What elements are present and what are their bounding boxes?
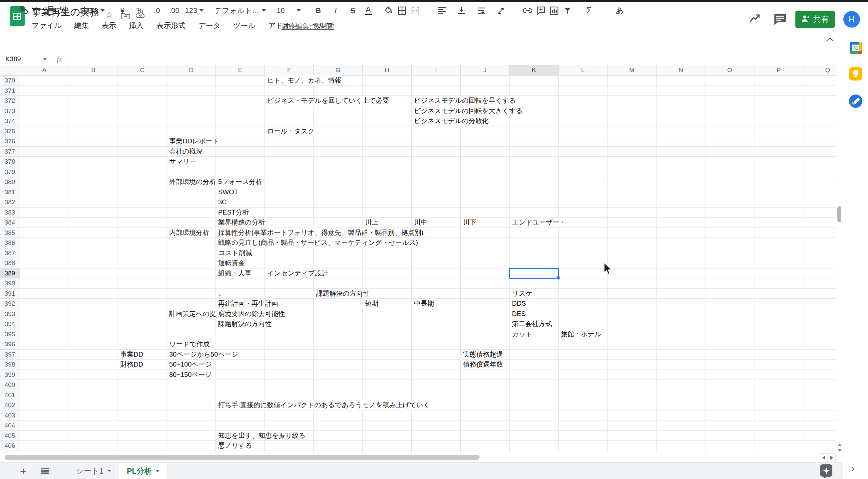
column-header-H[interactable]: H [363, 65, 412, 75]
row-header-375[interactable]: 375 [0, 127, 20, 136]
format-currency-button[interactable]: ¥ [114, 3, 131, 18]
cell-E393[interactable]: 窮境要因の除去可能性 [216, 309, 285, 319]
row-header-379[interactable]: 379 [0, 167, 20, 177]
cell-I392[interactable]: 中長期 [412, 299, 434, 308]
column-header-A[interactable]: A [20, 65, 69, 75]
row-header-404[interactable]: 404 [0, 420, 20, 431]
row-header-389[interactable]: 389 [0, 268, 20, 278]
cell-E394[interactable]: 課題解決の方向性 [216, 319, 272, 329]
row-header-387[interactable]: 387 [0, 248, 20, 258]
menu-data[interactable]: データ [198, 21, 220, 31]
cell-D378[interactable]: サマリー [167, 157, 196, 166]
sheet-tab-1[interactable]: シート1 [68, 463, 119, 479]
horizontal-scrollbar[interactable] [0, 453, 843, 463]
cell-J397[interactable]: 実態債務超過 [461, 350, 503, 359]
row-header-383[interactable]: 383 [0, 208, 20, 217]
row-header-398[interactable]: 398 [0, 360, 20, 370]
sheet-tab-2-caret[interactable] [156, 470, 159, 472]
formula-input[interactable] [69, 53, 868, 65]
borders-button[interactable] [395, 3, 409, 18]
insert-comment-button[interactable] [534, 3, 548, 18]
row-header-382[interactable]: 382 [0, 197, 20, 207]
column-header-D[interactable]: D [167, 65, 216, 75]
row-header-373[interactable]: 373 [0, 106, 20, 116]
cell-G391[interactable]: 課題解決の方向性 [314, 289, 369, 298]
merge-cells-button[interactable] [409, 3, 422, 18]
menu-file[interactable]: ファイル [32, 21, 62, 31]
row-header-406[interactable]: 406 [0, 441, 20, 451]
row-header-394[interactable]: 394 [0, 319, 20, 329]
row-header-388[interactable]: 388 [0, 258, 20, 268]
column-header-O[interactable]: O [706, 65, 754, 75]
cell-D396[interactable]: ワードで作成 [167, 339, 210, 349]
cell-E380[interactable]: 5フォース分析 [216, 177, 262, 186]
row-header-403[interactable]: 403 [0, 410, 20, 420]
cell-K384[interactable]: エンドユーザー・ [509, 217, 566, 227]
vertical-scrollbar[interactable] [836, 65, 843, 453]
row-header-400[interactable]: 400 [0, 380, 20, 390]
cell-E382[interactable]: 3C [216, 197, 227, 207]
cell-E386[interactable]: 戦略の見直し(商品・製品・サービス、マーケティング・セールス) [216, 238, 418, 247]
cell-K395[interactable]: カット [509, 329, 532, 339]
text-rotation-button[interactable] [494, 3, 507, 18]
column-header-Q[interactable]: Q [803, 65, 836, 75]
cell-K394[interactable]: 第二会社方式 [509, 319, 552, 329]
filter-button[interactable] [561, 3, 574, 18]
row-header-402[interactable]: 402 [0, 400, 20, 410]
active-cell-selection[interactable] [509, 268, 559, 279]
format-percent-button[interactable]: % [131, 3, 148, 18]
cell-F389[interactable]: インセンティブ設計 [265, 268, 328, 278]
cell-I373[interactable]: ビジネスモデルの回転を大きくする [412, 106, 523, 116]
cell-E388[interactable]: 運転資金 [216, 258, 245, 268]
menu-tools[interactable]: ツール [233, 21, 255, 31]
cell-J384[interactable]: 川下 [461, 217, 476, 227]
sheet-tab-1-caret[interactable] [107, 470, 111, 472]
cell-D397[interactable]: 30ページから50ページ [167, 350, 238, 359]
zoom-select[interactable]: 100% [78, 3, 106, 18]
cells-area[interactable]: ヒト、モノ、カネ、情報ビジネス・モデルを回していく上で必要ビジネスモデルの回転を… [20, 75, 836, 453]
comment-history-icon[interactable] [773, 13, 787, 27]
cell-E385[interactable]: 採算性分析(事業ポートフォリオ、得意先、製品群・製品別、拠点別) [216, 228, 423, 238]
sheet-tab-2-active[interactable]: PL分析 [119, 463, 167, 479]
scroll-down-button[interactable] [838, 449, 842, 452]
cell-D376[interactable]: 事業DDレポート [167, 136, 219, 146]
cell-D380[interactable]: 外部環境の分析 [167, 177, 216, 186]
column-header-K[interactable]: K [509, 65, 559, 75]
cell-F372[interactable]: ビジネス・モデルを回していく上で必要 [265, 96, 389, 105]
row-header-385[interactable]: 385 [0, 228, 20, 238]
cell-C398[interactable]: 財務DD [118, 360, 143, 369]
vertical-align-button[interactable] [455, 3, 468, 18]
column-header-I[interactable]: I [412, 65, 461, 75]
cell-E406[interactable]: 悪ノリする [216, 441, 252, 450]
row-header-380[interactable]: 380 [0, 177, 20, 187]
cell-D393[interactable]: 計画策定への提言 [167, 309, 216, 319]
cell-K392[interactable]: DDS [509, 299, 526, 308]
strikethrough-button[interactable]: S [344, 3, 362, 18]
insert-link-button[interactable] [521, 3, 534, 18]
cell-E405[interactable]: 知恵を出す、知恵を振り絞る [216, 431, 305, 440]
row-header-395[interactable]: 395 [0, 329, 20, 339]
cell-F375[interactable]: ロール・タスク [265, 127, 314, 136]
all-sheets-icon[interactable] [41, 468, 49, 474]
italic-button[interactable]: I [327, 3, 344, 18]
horizontal-align-button[interactable] [435, 3, 448, 18]
row-header-392[interactable]: 392 [0, 299, 20, 309]
collapse-toolbar-icon[interactable] [825, 37, 835, 44]
tasks-icon[interactable] [848, 94, 863, 108]
cell-E384[interactable]: 業界構造の分析 [216, 217, 265, 227]
scroll-right-button[interactable] [828, 453, 836, 462]
cell-K393[interactable]: DES [509, 309, 526, 319]
row-header-384[interactable]: 384 [0, 217, 20, 228]
row-header-399[interactable]: 399 [0, 370, 20, 380]
cell-E387[interactable]: コスト削減 [216, 248, 252, 258]
cell-E383[interactable]: PEST分析 [216, 208, 249, 217]
cell-E389[interactable]: 組織・人事 [216, 268, 251, 278]
column-header-E[interactable]: E [216, 65, 265, 75]
menu-format[interactable]: 表示形式 [156, 21, 186, 31]
column-header-P[interactable]: P [754, 65, 803, 75]
vertical-scrollbar-thumb[interactable] [837, 206, 841, 222]
text-wrap-button[interactable] [475, 3, 488, 18]
cell-D398[interactable]: 50~100ページ [167, 360, 212, 369]
cell-E392[interactable]: 再建計画・再生計画 [216, 299, 278, 308]
menu-edit[interactable]: 編集 [74, 21, 89, 31]
